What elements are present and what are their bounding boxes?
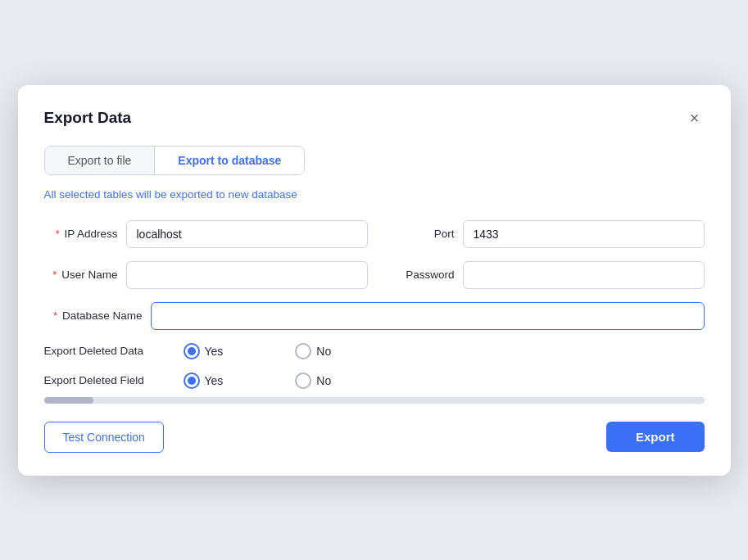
- tab-row: Export to file Export to database: [44, 146, 306, 175]
- port-label: Port: [381, 228, 455, 240]
- footer-row: Test Connection Export: [44, 422, 705, 453]
- export-deleted-data-yes-label: Yes: [205, 345, 224, 358]
- user-name-required-star: *: [52, 269, 57, 281]
- radio-deleted-field-no-circle[interactable]: [295, 373, 311, 389]
- form-row-ip-port: * IP Address Port: [44, 220, 705, 248]
- form-grid: * IP Address Port * User Name Password: [44, 220, 705, 389]
- user-name-label: * User Name: [44, 269, 118, 281]
- database-name-required-star: *: [53, 309, 57, 322]
- tab-export-to-file[interactable]: Export to file: [45, 147, 155, 174]
- ip-address-input[interactable]: [126, 220, 368, 248]
- export-button[interactable]: Export: [606, 422, 705, 452]
- ip-address-field: * IP Address: [44, 220, 368, 248]
- port-field: Port: [381, 220, 705, 248]
- scrollbar-thumb[interactable]: [44, 397, 93, 404]
- export-deleted-field-options: Yes No: [184, 373, 332, 389]
- ip-address-label: * IP Address: [44, 228, 118, 240]
- form-row-database-name: * Database Name: [44, 302, 705, 330]
- password-field: Password: [381, 261, 705, 289]
- export-deleted-field-yes-label: Yes: [205, 374, 224, 387]
- export-deleted-data-no-label: No: [316, 345, 331, 358]
- dialog-title: Export Data: [44, 109, 132, 127]
- user-name-field: * User Name: [44, 261, 368, 289]
- database-name-label: * Database Name: [44, 309, 143, 322]
- scrollbar-track[interactable]: [44, 397, 705, 404]
- tab-export-to-database[interactable]: Export to database: [155, 147, 304, 174]
- dialog-header: Export Data ×: [44, 108, 705, 128]
- export-deleted-field-label: Export Deleted Field: [44, 374, 175, 386]
- password-input[interactable]: [463, 261, 705, 289]
- export-deleted-field-no-label: No: [316, 374, 331, 387]
- export-data-dialog: Export Data × Export to file Export to d…: [18, 85, 731, 476]
- subtitle-text: All selected tables will be exported to …: [44, 188, 705, 201]
- form-row-export-deleted-data: Export Deleted Data Yes No: [44, 343, 705, 359]
- close-button[interactable]: ×: [685, 108, 705, 128]
- test-connection-button[interactable]: Test Connection: [44, 422, 164, 453]
- database-name-input[interactable]: [151, 302, 705, 330]
- export-deleted-data-options: Yes No: [184, 343, 332, 359]
- radio-deleted-data-yes-circle[interactable]: [184, 343, 200, 359]
- export-deleted-field-no[interactable]: No: [295, 373, 331, 389]
- port-input[interactable]: [463, 220, 705, 248]
- user-name-input[interactable]: [126, 261, 368, 289]
- password-label: Password: [381, 269, 455, 281]
- export-deleted-data-no[interactable]: No: [295, 343, 331, 359]
- form-row-export-deleted-field: Export Deleted Field Yes No: [44, 373, 705, 389]
- export-deleted-data-label: Export Deleted Data: [44, 345, 175, 357]
- radio-deleted-field-yes-circle[interactable]: [184, 373, 200, 389]
- form-row-user-password: * User Name Password: [44, 261, 705, 289]
- ip-address-required-star: *: [55, 228, 59, 240]
- export-deleted-data-yes[interactable]: Yes: [184, 343, 224, 359]
- radio-deleted-data-no-circle[interactable]: [295, 343, 311, 359]
- export-deleted-field-yes[interactable]: Yes: [184, 373, 224, 389]
